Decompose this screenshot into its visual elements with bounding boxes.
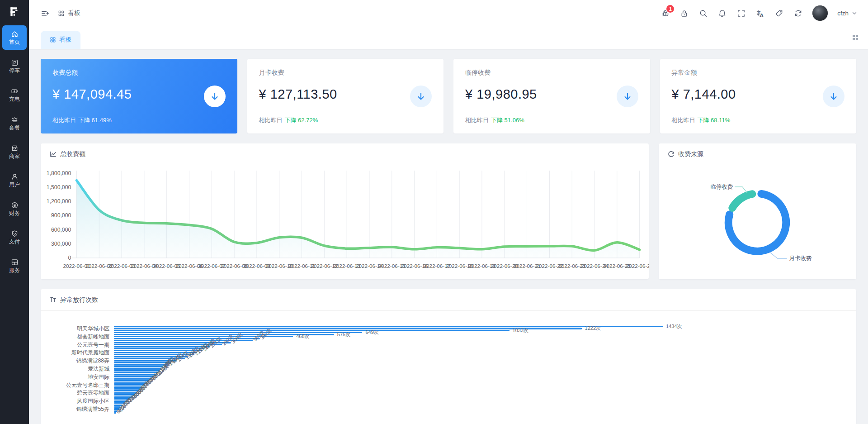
finance-icon bbox=[11, 201, 19, 209]
sidebar-item-套餐[interactable]: 套餐 bbox=[2, 111, 27, 135]
sidebar-item-label: 停车 bbox=[9, 68, 20, 73]
bar[interactable] bbox=[114, 376, 154, 377]
breadcrumb[interactable]: 看板 bbox=[58, 9, 80, 17]
stat-card-value: ¥ 7,144.00 bbox=[672, 87, 845, 102]
bar[interactable] bbox=[114, 372, 158, 373]
sidebar-item-停车[interactable]: 停车 bbox=[2, 54, 27, 78]
sidebar-item-label: 首页 bbox=[9, 39, 20, 45]
home-icon bbox=[11, 30, 19, 38]
bar[interactable] bbox=[114, 330, 509, 331]
stat-card-收费总额: 收费总额 ¥ 147,094.45 相比昨日下降 61.49% bbox=[41, 59, 237, 133]
sidebar-menu: 首页 停车 充电 套餐 商家 用户 财务 支付 服务 bbox=[0, 24, 29, 282]
bar[interactable] bbox=[114, 370, 160, 372]
stat-card-compare: 相比昨日下降 51.06% bbox=[465, 116, 524, 124]
vip-package-icon bbox=[11, 116, 19, 124]
panel-title: 收费来源 bbox=[678, 150, 703, 158]
sidebar-item-商家[interactable]: 商家 bbox=[2, 139, 27, 164]
search-icon[interactable] bbox=[698, 8, 708, 18]
revenue-source-card: 收费来源 临停收费 月卡收费 bbox=[659, 143, 856, 279]
sidebar-item-label: 支付 bbox=[9, 239, 20, 244]
bar-category-label: 爱法新城 bbox=[42, 366, 109, 372]
sidebar-item-支付[interactable]: 支付 bbox=[2, 225, 27, 249]
arrow-down-icon bbox=[210, 91, 220, 101]
merchant-icon bbox=[11, 144, 19, 152]
charging-icon bbox=[11, 87, 19, 95]
bar[interactable] bbox=[114, 364, 168, 366]
sidebar-item-label: 用户 bbox=[9, 182, 20, 187]
sidebar-item-label: 服务 bbox=[9, 267, 20, 273]
sidebar-item-label: 充电 bbox=[9, 96, 20, 102]
sidebar-item-首页[interactable]: 首页 bbox=[2, 25, 27, 50]
svg-text:2022-06-26: 2022-06-26 bbox=[626, 263, 649, 269]
stat-card-value: ¥ 127,113.50 bbox=[259, 87, 432, 102]
stat-card-月卡收费: 月卡收费 ¥ 127,113.50 相比昨日下降 62.72% bbox=[247, 59, 444, 133]
bar-category-label: 碧云壹零地面 bbox=[42, 390, 109, 396]
refresh-icon[interactable] bbox=[793, 8, 803, 18]
breadcrumb-label: 看板 bbox=[68, 9, 80, 17]
lock-icon[interactable] bbox=[679, 8, 689, 18]
bell-icon[interactable] bbox=[717, 8, 727, 18]
bar-chart-icon bbox=[50, 296, 57, 303]
svg-text:1,500,000: 1,500,000 bbox=[47, 184, 71, 191]
service-icon bbox=[11, 258, 19, 266]
user-menu[interactable]: cfzh bbox=[837, 10, 857, 17]
bar-category-label: 地安国际 bbox=[42, 374, 109, 380]
line-chart-icon bbox=[50, 151, 57, 157]
sidebar-item-label: 套餐 bbox=[9, 125, 20, 130]
arrow-down-icon bbox=[623, 91, 632, 101]
tag-icon[interactable] bbox=[774, 8, 784, 18]
bug-icon[interactable]: 1 bbox=[660, 8, 670, 18]
arrow-down-icon bbox=[829, 91, 839, 101]
bar-category-label: 新时代景庭地面 bbox=[42, 349, 109, 356]
sidebar: 首页 停车 充电 套餐 商家 用户 财务 支付 服务 bbox=[0, 0, 29, 424]
bar[interactable] bbox=[114, 348, 204, 349]
bar[interactable] bbox=[114, 388, 140, 390]
bar[interactable] bbox=[114, 366, 163, 367]
pie-chart-icon bbox=[668, 151, 675, 157]
tab-dashboard[interactable]: 看板 bbox=[41, 31, 80, 49]
bar-value-label: 1033次 bbox=[513, 328, 528, 333]
stat-card-title: 异常金额 bbox=[672, 69, 845, 77]
bar-value-label: 1434次 bbox=[666, 324, 682, 329]
bar-category-label: 风度国际小区 bbox=[42, 398, 109, 404]
translate-icon[interactable]: 文A bbox=[755, 8, 765, 18]
sidebar-item-label: 财务 bbox=[9, 210, 20, 216]
bar[interactable] bbox=[114, 412, 116, 414]
dashboard-grid-icon bbox=[58, 10, 65, 17]
sidebar-item-财务[interactable]: 财务 bbox=[2, 196, 27, 221]
bar[interactable] bbox=[114, 380, 149, 381]
app-logo[interactable] bbox=[0, 0, 29, 24]
bar[interactable] bbox=[114, 378, 151, 380]
stat-card-compare: 相比昨日下降 62.72% bbox=[259, 116, 318, 124]
trend-down-button[interactable] bbox=[204, 86, 226, 107]
stat-card-value: ¥ 147,094.45 bbox=[52, 87, 226, 102]
tab-label: 看板 bbox=[59, 36, 71, 44]
tab-bar: 看板 bbox=[29, 26, 868, 49]
user-icon bbox=[11, 173, 19, 181]
collapse-menu-icon[interactable] bbox=[40, 8, 50, 18]
bar[interactable] bbox=[114, 384, 145, 386]
bar-category-label: 公元壹号名邸三期 bbox=[42, 382, 109, 388]
donut-chart[interactable]: 临停收费 月卡收费 bbox=[659, 165, 856, 281]
notification-badge: 1 bbox=[666, 5, 674, 13]
bar[interactable] bbox=[114, 326, 663, 327]
bar[interactable] bbox=[114, 368, 161, 369]
fullscreen-icon[interactable] bbox=[736, 8, 746, 18]
bar[interactable] bbox=[114, 328, 582, 329]
tab-layout-icon[interactable] bbox=[852, 34, 859, 41]
trend-down-button[interactable] bbox=[823, 86, 844, 107]
trend-down-button[interactable] bbox=[617, 86, 638, 107]
stat-card-title: 收费总额 bbox=[52, 69, 226, 77]
bar-value-label: 468次 bbox=[296, 334, 309, 339]
chevron-down-icon bbox=[852, 10, 857, 16]
bar[interactable] bbox=[114, 386, 142, 388]
horizontal-bar-chart[interactable]: 明天华城小区都会新峰地面公元壹号一期新时代景庭地面锦绣满堂88弄爱法新城地安国际… bbox=[41, 311, 856, 424]
sidebar-item-充电[interactable]: 充电 bbox=[2, 82, 27, 107]
sidebar-item-用户[interactable]: 用户 bbox=[2, 168, 27, 192]
sidebar-item-服务[interactable]: 服务 bbox=[2, 253, 27, 278]
user-avatar[interactable] bbox=[812, 5, 828, 21]
trend-down-button[interactable] bbox=[410, 86, 432, 107]
payment-icon bbox=[11, 230, 19, 238]
bar[interactable] bbox=[114, 374, 157, 376]
line-chart[interactable]: 0300,000600,000900,0001,200,0001,500,000… bbox=[41, 165, 649, 279]
